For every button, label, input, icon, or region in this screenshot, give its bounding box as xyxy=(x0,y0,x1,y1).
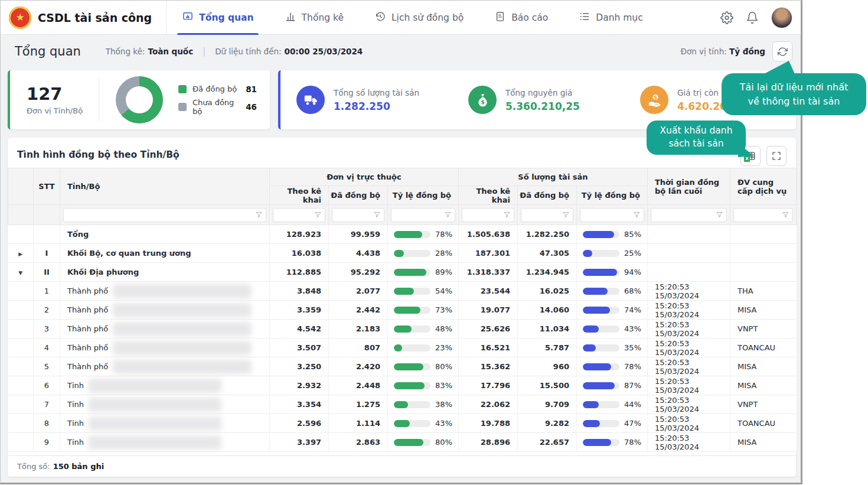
cell-units-declared: 4.542 xyxy=(270,320,329,338)
units-summary-card: 127 Đơn vị Tỉnh/Bộ Đã đồng bộ 81 Chưa đồ… xyxy=(8,70,270,129)
col-name: Tỉnh/Bộ xyxy=(60,168,270,205)
cell-last-sync-time xyxy=(648,225,730,244)
table-row[interactable]: 3 Thành phố 4.542 2.183 48% 25.626 11.03… xyxy=(8,320,797,338)
cell-provider xyxy=(730,263,797,282)
list-icon xyxy=(579,11,590,25)
units-label: Đơn vị Tỉnh/Bộ xyxy=(27,106,99,115)
refresh-tooltip-line2: về thông tin tài sản xyxy=(722,95,866,108)
fullscreen-button[interactable] xyxy=(766,146,787,166)
user-avatar[interactable] xyxy=(771,7,792,28)
cell-stt: II xyxy=(34,263,60,282)
expand-toggle-icon[interactable]: ▶ xyxy=(18,251,22,257)
redacted-name xyxy=(89,398,221,412)
settings-gear-icon[interactable] xyxy=(720,11,733,24)
redacted-name xyxy=(113,322,252,336)
cell-units-synced: 1.114 xyxy=(329,414,388,433)
app-window: ★ CSDL tài sản công Tổng quan Thống kê L… xyxy=(0,0,802,484)
nav-tab-danh-mục[interactable]: Danh mục xyxy=(576,1,645,35)
cell-units-rate: 80% xyxy=(388,433,459,452)
cell-provider: VNPT xyxy=(730,320,797,338)
funnel-icon xyxy=(782,211,789,219)
filter-input-assets-rate[interactable] xyxy=(580,208,644,222)
cell-units-synced: 95.292 xyxy=(329,263,388,282)
cell-units-declared: 2.596 xyxy=(270,414,329,433)
col-synced-2: Đã đồng bộ xyxy=(518,186,577,205)
filter-input-time[interactable] xyxy=(651,208,727,222)
cell-provider: MISA xyxy=(730,433,797,452)
col-group-assets: Số lượng tài sản xyxy=(459,168,648,186)
stat-item: Tổng số lượng tài sản 1.282.250 xyxy=(280,86,452,114)
filter-input-units-declared[interactable] xyxy=(273,208,325,222)
funnel-icon xyxy=(633,211,641,219)
expand-toggle-icon[interactable]: ▼ xyxy=(18,270,22,276)
cell-stt: 4 xyxy=(34,338,60,357)
cell-last-sync-time xyxy=(648,263,730,282)
cell-assets-rate: 85% xyxy=(577,225,648,244)
table-row[interactable]: 2 Thành phố 3.359 2.442 73% 19.077 14.06… xyxy=(8,301,797,320)
legend-value: 46 xyxy=(246,102,257,112)
table-row[interactable]: 5 Thành phố 3.250 2.420 80% 15.362 960 7… xyxy=(8,357,797,376)
national-emblem-logo: ★ xyxy=(9,6,31,29)
cell-units-synced: 1.275 xyxy=(329,395,388,414)
cell-assets-declared: 25.626 xyxy=(459,320,518,338)
cell-units-rate: 38% xyxy=(388,395,459,414)
filter-input-units-synced[interactable] xyxy=(332,208,384,222)
truck-icon xyxy=(296,86,325,114)
table-row[interactable]: 1 Thành phố 3.848 2.077 54% 23.544 16.02… xyxy=(8,282,797,301)
filter-input-assets-synced[interactable] xyxy=(521,208,573,222)
cell-units-rate: 28% xyxy=(388,244,459,263)
cell-provider: MISA xyxy=(730,376,797,395)
cell-units-synced: 4.438 xyxy=(329,244,388,263)
table-row[interactable]: 8 Tỉnh 2.596 1.114 43% 19.788 9.282 47% … xyxy=(8,414,797,433)
cell-provider: TOANCAU xyxy=(730,338,797,357)
legend-label: Chưa đồng bộ xyxy=(192,98,246,116)
col-declared-1: Theo kê khai xyxy=(270,186,329,205)
progress-bar-green xyxy=(394,231,422,238)
notifications-bell-icon[interactable] xyxy=(746,11,759,24)
legend-swatch xyxy=(178,85,187,93)
hand-coin-icon: $ xyxy=(640,86,668,114)
cell-province: Thành phố xyxy=(60,320,270,338)
table-row[interactable]: 4 Thành phố 3.507 807 23% 16.521 5.787 3… xyxy=(8,338,797,357)
cell-assets-synced: 9.282 xyxy=(518,414,577,433)
cell-units-synced: 99.959 xyxy=(329,225,388,244)
table-row[interactable]: ▶ I Khối Bộ, cơ quan trung ương 16.038 4… xyxy=(8,244,797,263)
cell-provider xyxy=(730,244,797,263)
cell-last-sync-time: 15:20:53 15/03/2024 xyxy=(648,414,730,433)
cell-assets-rate: 74% xyxy=(577,301,648,320)
col-stt: STT xyxy=(34,168,60,205)
table-row[interactable]: Tổng 128.923 99.959 78% 1.505.638 1.282.… xyxy=(8,225,797,244)
nav-tab-lịch-sử-đồng-bộ[interactable]: Lịch sử đồng bộ xyxy=(372,1,466,35)
filter-input-provider[interactable] xyxy=(733,208,793,222)
table-row[interactable]: 7 Tỉnh 3.354 1.275 38% 22.062 9.709 44% … xyxy=(8,395,797,414)
footer-value: 150 bản ghi xyxy=(53,462,105,471)
redacted-name xyxy=(113,284,252,298)
page-title: Tổng quan xyxy=(15,44,81,58)
filter-input-units-rate[interactable] xyxy=(391,208,455,222)
cell-assets-rate: 44% xyxy=(577,395,648,414)
nav-tab-thống-kê[interactable]: Thống kê xyxy=(282,1,346,35)
legend-swatch xyxy=(178,103,187,111)
cell-province: Khối Bộ, cơ quan trung ương xyxy=(60,244,270,263)
nav-tab-tổng-quan[interactable]: Tổng quan xyxy=(180,1,256,35)
cell-units-rate: 54% xyxy=(388,282,459,301)
progress-bar-blue xyxy=(583,325,599,333)
progress-bar-green xyxy=(394,382,425,389)
filter-input-province[interactable] xyxy=(63,208,266,222)
cell-stt: 6 xyxy=(34,376,60,395)
cell-assets-synced: 1.234.945 xyxy=(518,263,577,282)
table-row[interactable]: 6 Tỉnh 2.932 2.448 83% 17.796 15.500 87%… xyxy=(8,376,797,395)
cell-assets-synced: 14.060 xyxy=(518,301,577,320)
cell-assets-declared: 16.521 xyxy=(459,338,518,357)
filter-input-assets-declared[interactable] xyxy=(462,208,514,222)
nav-tab-báo-cáo[interactable]: Báo cáo xyxy=(492,1,550,35)
cell-assets-synced: 1.282.250 xyxy=(518,225,577,244)
table-row[interactable]: 9 Tỉnh 3.397 2.863 80% 28.896 22.657 78%… xyxy=(8,433,797,452)
table-row[interactable]: ▼ II Khối Địa phương 112.885 95.292 89% … xyxy=(8,263,797,282)
cell-units-rate: 78% xyxy=(388,225,459,244)
report-icon xyxy=(494,11,506,25)
cell-assets-synced: 22.657 xyxy=(518,433,577,452)
refresh-button[interactable] xyxy=(772,41,792,61)
progress-bar-blue xyxy=(583,250,592,257)
cell-stt xyxy=(34,225,60,244)
